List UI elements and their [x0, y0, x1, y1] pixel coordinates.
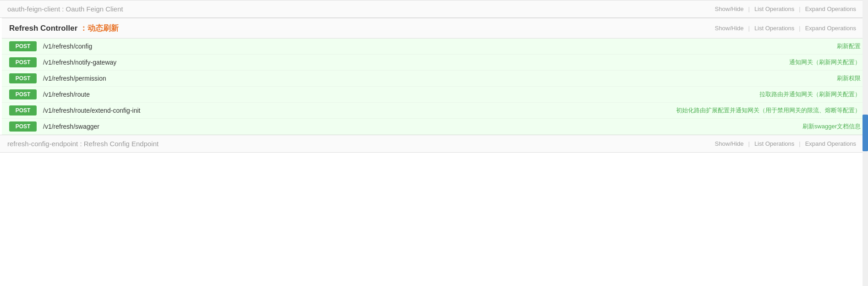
refresh-controller-show-hide[interactable]: Show/Hide [710, 25, 748, 32]
api-path: /v1/refresh/route [43, 91, 752, 98]
api-row[interactable]: POST/v1/refresh/notify-gateway通知网关（刷新网关配… [2, 55, 868, 71]
api-description: 刷新swagger文档信息 [802, 122, 861, 131]
oauth-feign-client-expand-ops[interactable]: Expand Operations [801, 6, 861, 12]
oauth-feign-client-list-ops[interactable]: List Operations [750, 6, 799, 12]
refresh-controller-list-ops[interactable]: List Operations [750, 25, 799, 32]
scrollbar-thumb[interactable] [863, 115, 868, 151]
api-path: /v1/refresh/config [43, 43, 830, 50]
api-description: 拉取路由并通知网关（刷新网关配置） [759, 90, 861, 99]
refresh-controller-title-text: Refresh Controller [9, 24, 77, 33]
oauth-feign-client-section-header: oauth-feign-client : Oauth Feign Client … [0, 0, 868, 18]
api-row[interactable]: POST/v1/refresh/config刷新配置 [2, 38, 868, 55]
refresh-controller-section: Refresh Controller ：动态刷新 Show/Hide | Lis… [0, 18, 868, 135]
oauth-feign-client-title: oauth-feign-client : Oauth Feign Client [7, 5, 123, 13]
api-path: /v1/refresh/swagger [43, 123, 795, 130]
refresh-controller-expand-ops[interactable]: Expand Operations [801, 25, 861, 32]
refresh-controller-title: Refresh Controller ：动态刷新 [9, 23, 119, 33]
method-badge: POST [9, 57, 37, 67]
refresh-config-endpoint-show-hide[interactable]: Show/Hide [710, 140, 748, 147]
scrollbar-track [863, 0, 868, 153]
method-badge: POST [9, 89, 37, 99]
api-description: 刷新配置 [837, 42, 861, 50]
method-badge: POST [9, 121, 37, 132]
refresh-config-endpoint-title: refresh-config-endpoint : Refresh Config… [7, 140, 158, 148]
api-row[interactable]: POST/v1/refresh/route拉取路由并通知网关（刷新网关配置） [2, 87, 868, 103]
refresh-config-endpoint-section-header: refresh-config-endpoint : Refresh Config… [0, 135, 868, 153]
api-path: /v1/refresh/notify-gateway [43, 59, 782, 66]
api-description: 初始化路由扩展配置并通知网关（用于禁用网关的限流、熔断等配置） [676, 106, 861, 115]
refresh-controller-actions: Show/Hide | List Operations | Expand Ope… [710, 25, 861, 32]
refresh-config-endpoint-actions: Show/Hide | List Operations | Expand Ope… [710, 140, 861, 147]
refresh-controller-section-header: Refresh Controller ：动态刷新 Show/Hide | Lis… [2, 18, 868, 38]
refresh-controller-chinese: ：动态刷新 [80, 24, 119, 33]
refresh-config-endpoint-expand-ops[interactable]: Expand Operations [801, 140, 861, 147]
api-description: 通知网关（刷新网关配置） [789, 58, 861, 66]
oauth-feign-client-show-hide[interactable]: Show/Hide [710, 6, 748, 12]
refresh-config-endpoint-list-ops[interactable]: List Operations [750, 140, 799, 147]
oauth-feign-client-title-text: oauth-feign-client : Oauth Feign Client [7, 5, 123, 13]
api-row[interactable]: POST/v1/refresh/swagger刷新swagger文档信息 [2, 119, 868, 135]
api-path: /v1/refresh/permission [43, 75, 830, 82]
oauth-feign-client-actions: Show/Hide | List Operations | Expand Ope… [710, 6, 861, 12]
api-row[interactable]: POST/v1/refresh/route/extend-config-init… [2, 103, 868, 119]
method-badge: POST [9, 105, 37, 116]
api-row[interactable]: POST/v1/refresh/permission刷新权限 [2, 71, 868, 87]
method-badge: POST [9, 41, 37, 51]
method-badge: POST [9, 73, 37, 83]
api-description: 刷新权限 [837, 74, 861, 82]
api-path: /v1/refresh/route/extend-config-init [43, 107, 669, 114]
refresh-config-endpoint-title-text: refresh-config-endpoint : Refresh Config… [7, 140, 158, 148]
refresh-controller-api-rows: POST/v1/refresh/config刷新配置POST/v1/refres… [2, 38, 868, 135]
